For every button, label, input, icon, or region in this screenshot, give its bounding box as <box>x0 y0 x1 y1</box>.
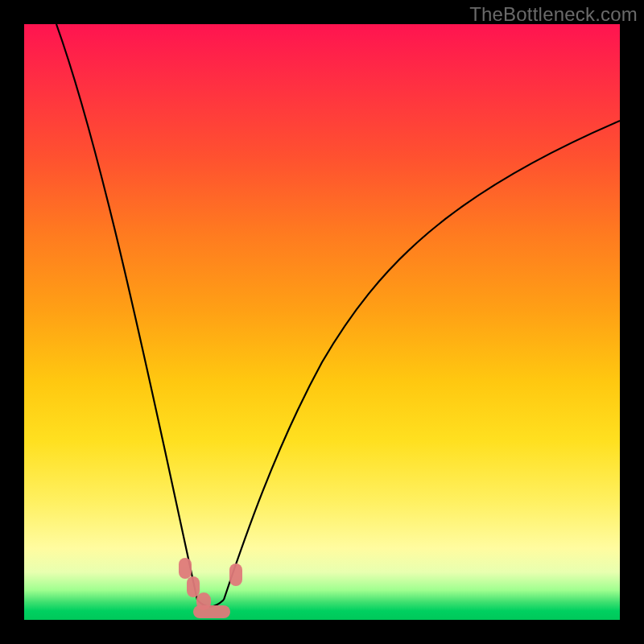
blob-4 <box>193 605 230 618</box>
blob-2 <box>187 576 200 597</box>
blob-1 <box>179 558 192 579</box>
chart-overlay-svg <box>0 0 644 644</box>
watermark-text: TheBottleneck.com <box>469 3 638 26</box>
blob-5 <box>229 564 242 586</box>
bottleneck-curve-right <box>224 121 620 600</box>
optimal-region-blobs <box>179 558 242 618</box>
bottleneck-curve-left <box>56 24 197 600</box>
